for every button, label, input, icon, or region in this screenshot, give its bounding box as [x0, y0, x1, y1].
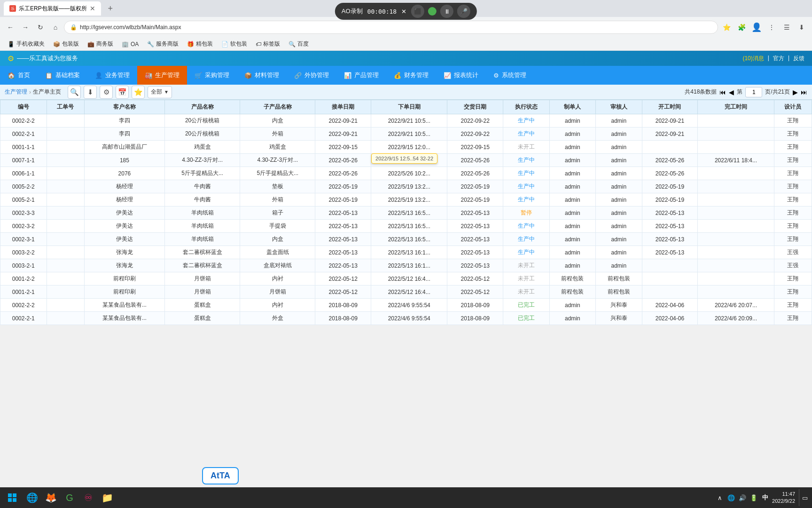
bookmark-fine-pkg[interactable]: 🎁 精包装 — [183, 39, 217, 49]
nav-basic-files[interactable]: 📋 基础档案 — [38, 66, 87, 85]
nav-outsource[interactable]: 🔗 外协管理 — [287, 66, 336, 85]
bookmark-service[interactable]: 🔧 服务商版 — [143, 39, 182, 49]
taskbar-app1-icon[interactable]: 🦊 — [42, 489, 59, 506]
oa-icon: 🏢 — [122, 41, 129, 48]
bookmark-oa[interactable]: 🏢 OA — [118, 40, 142, 48]
table-row[interactable]: 0002-3-2 伊美达 羊肉纸箱 手提袋 2022-05-13 2022/5/… — [0, 220, 812, 233]
table-row[interactable]: 0001-2-2 前程印刷 月饼箱 内衬 2022-05-12 2022/5/1… — [0, 272, 812, 286]
cell-num: 0002-3-2 — [0, 220, 47, 233]
nav-finance[interactable]: 💰 财务管理 — [386, 66, 436, 85]
bookmark-baidu[interactable]: 🔍 百度 — [285, 39, 312, 49]
rec-circle-icon[interactable] — [428, 7, 437, 16]
more-icon[interactable]: ⋮ — [765, 21, 778, 34]
table-row[interactable]: 0001-1-1 高邮市山湖蛋品厂 鸡蛋盒 鸡蛋盒 2022-09-15 202… — [0, 141, 812, 154]
cell-designer: 王翔 — [774, 114, 812, 127]
calendar-btn[interactable]: 📅 — [116, 86, 129, 99]
bookmark-soft-pkg[interactable]: 📄 软包装 — [218, 39, 251, 49]
cell-customer: 张海龙 — [84, 246, 164, 259]
table-row[interactable]: 0003-2-2 张海龙 套二蕃槟杯蓝盒 盖盒面纸 2022-05-13 202… — [0, 246, 812, 259]
nav-production[interactable]: 🏭 生产管理 — [137, 66, 187, 85]
breadcrumb-parent[interactable]: 生产管理 — [5, 88, 27, 96]
feedback-link[interactable]: 反馈 — [793, 55, 804, 63]
last-page-btn[interactable]: ⏭ — [801, 88, 807, 96]
taskbar-ie-icon[interactable]: 🌐 — [23, 489, 40, 506]
profile-icon[interactable]: 👤 — [750, 21, 763, 34]
download-icon[interactable]: ⬇ — [795, 21, 808, 34]
cell-finish — [698, 180, 774, 193]
filter-dropdown[interactable]: 全部 ▼ — [148, 86, 172, 98]
show-desktop-btn[interactable]: ▭ — [799, 489, 808, 506]
cell-order-date: 2018-08-09 — [315, 312, 371, 325]
table-row[interactable]: 0002-3-1 伊美达 羊肉纸箱 内盒 2022-05-13 2022/5/1… — [0, 233, 812, 246]
nav-business[interactable]: 👤 业务管理 — [87, 66, 137, 85]
star-btn[interactable]: ⭐ — [132, 86, 145, 99]
input-lang-indicator[interactable]: 中 — [762, 493, 768, 502]
taskbar-app2-icon[interactable]: G — [61, 489, 78, 506]
table-row[interactable]: 0002-2-1 李四 20公斤核桃箱 外箱 2022-09-21 2022/9… — [0, 127, 812, 141]
nav-materials[interactable]: 📦 材料管理 — [237, 66, 287, 85]
first-page-btn[interactable]: ⏮ — [719, 88, 726, 96]
bookmark-mobile[interactable]: 📱 手机收藏夹 — [4, 39, 48, 49]
tab-close-btn[interactable]: ✕ — [90, 5, 95, 12]
table-row[interactable]: 0006-1-1 2076 5斤手提精品大... 5斤手提精品大... 2022… — [0, 167, 812, 180]
volume-icon[interactable]: 🔊 — [738, 493, 747, 502]
nav-products[interactable]: 📊 产品管理 — [336, 66, 386, 85]
bookmark-icon[interactable]: ⭐ — [720, 21, 733, 34]
bookmark-label: 商务版 — [96, 40, 113, 48]
cell-place-date: 2022/5/12 16:4... — [371, 272, 447, 286]
nav-home[interactable]: 🏠 首页 — [0, 66, 38, 85]
cell-num: 0002-2-2 — [0, 299, 47, 312]
taskbar-explorer-icon[interactable]: 📁 — [99, 489, 116, 506]
forward-button[interactable]: → — [19, 21, 32, 34]
cell-start — [642, 286, 698, 299]
tray-arrow-icon[interactable]: ∧ — [715, 493, 725, 502]
rec-mic-icon[interactable]: 🎤 — [457, 5, 470, 18]
start-button[interactable] — [4, 489, 21, 506]
browser-tab[interactable]: 乐 乐工ERP包装版——版权所 ✕ — [4, 1, 101, 16]
cell-product: 月饼箱 — [165, 272, 240, 286]
back-button[interactable]: ← — [4, 21, 17, 34]
extensions-icon[interactable]: 🧩 — [735, 21, 748, 34]
next-page-btn[interactable]: ▶ — [793, 88, 798, 96]
settings-btn[interactable]: ⚙ — [100, 86, 113, 99]
nav-system[interactable]: ⚙ 系统管理 — [486, 66, 534, 85]
download-btn[interactable]: ⬇ — [84, 86, 97, 99]
network-icon[interactable]: 🌐 — [726, 493, 736, 502]
page-number-input[interactable] — [745, 87, 762, 97]
new-tab-button[interactable]: + — [105, 3, 116, 14]
nav-reports[interactable]: 📈 报表统计 — [436, 66, 486, 85]
menu-icon[interactable]: ☰ — [780, 21, 793, 34]
cell-designer: 王翔 — [774, 127, 812, 141]
table-row[interactable]: 0005-2-1 杨经理 牛肉酱 外箱 2022-05-19 2022/5/19… — [0, 193, 812, 206]
refresh-button[interactable]: ↻ — [34, 21, 47, 34]
rec-pause-icon[interactable]: ⏸ — [440, 5, 453, 18]
table-row[interactable]: 0002-2-2 李四 20公斤核桃箱 内盒 2022-09-21 2022/9… — [0, 114, 812, 127]
bookmark-packaging[interactable]: 📦 包装版 — [49, 39, 83, 49]
home-button[interactable]: ⌂ — [49, 21, 62, 34]
taskbar-clock[interactable]: 11:47 2022/9/22 — [772, 491, 795, 505]
table-row[interactable]: 0003-2-1 张海龙 套二蕃槟杯蓝盒 盒底对裱纸 2022-05-13 20… — [0, 259, 812, 272]
bookmark-label-ver[interactable]: 🏷 标签版 — [252, 39, 284, 49]
nav-purchase[interactable]: 🛒 采购管理 — [187, 66, 237, 85]
battery-icon[interactable]: 🔋 — [749, 493, 758, 502]
table-row[interactable]: 0002-2-1 某某食品包装有... 蛋糕盒 外盒 2018-08-09 20… — [0, 312, 812, 325]
rec-screen-icon[interactable]: ⬛ — [411, 5, 424, 18]
table-row[interactable]: 0002-3-3 伊美达 羊肉纸箱 箱子 2022-05-13 2022/5/1… — [0, 206, 812, 220]
bookmark-business[interactable]: 💼 商务版 — [84, 39, 117, 49]
svc-icon: 🔧 — [147, 41, 154, 48]
cell-num: 0001-2-2 — [0, 272, 47, 286]
recording-close[interactable]: ✕ — [401, 8, 406, 15]
table-row[interactable]: 0002-2-2 某某食品包装有... 蛋糕盒 内衬 2018-08-09 20… — [0, 299, 812, 312]
prev-page-btn[interactable]: ◀ — [729, 88, 734, 96]
official-link[interactable]: 官方 — [773, 55, 784, 63]
cell-order — [47, 193, 84, 206]
table-row[interactable]: 0005-2-2 杨经理 牛肉酱 垫板 2022-05-19 2022/5/19… — [0, 180, 812, 193]
address-bar[interactable]: 🔒 http://lgsever.com/wlbzb/Main/Main.asp… — [64, 21, 718, 34]
notification-link[interactable]: (10)消息 — [742, 55, 764, 63]
cell-auditor: admin — [596, 127, 642, 141]
dropdown-arrow-icon: ▼ — [164, 89, 169, 95]
taskbar-app3-icon[interactable]: ♾ — [80, 489, 97, 506]
search-button[interactable]: 🔍 — [68, 86, 81, 99]
table-row[interactable]: 0001-2-1 前程印刷 月饼箱 月饼箱 2022-05-12 2022/5/… — [0, 286, 812, 299]
fin-nav-icon: 💰 — [394, 72, 401, 79]
